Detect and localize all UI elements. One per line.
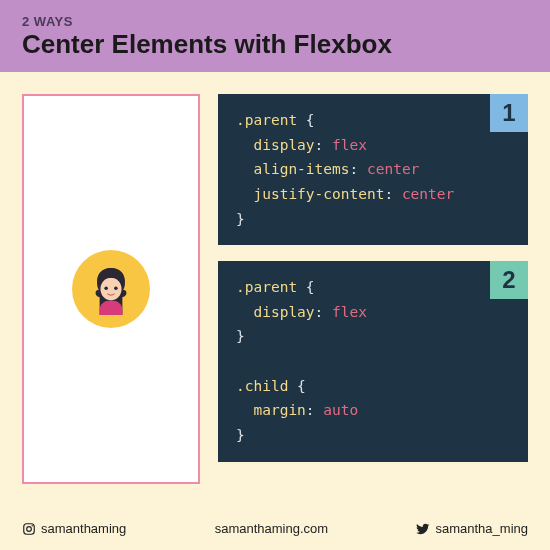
code-line: } xyxy=(236,207,514,232)
svg-point-5 xyxy=(32,525,33,526)
main-content: 1 .parent { display: flex align-items: c… xyxy=(0,72,550,513)
avatar-icon xyxy=(85,263,137,315)
svg-point-0 xyxy=(100,278,121,301)
code-line xyxy=(236,349,514,374)
badge-one: 1 xyxy=(490,94,528,132)
footer: samanthaming samanthaming.com samantha_m… xyxy=(0,513,550,550)
code-line: display: flex xyxy=(236,133,514,158)
subtitle: 2 WAYS xyxy=(22,14,528,29)
twitter-icon xyxy=(416,522,430,536)
instagram-text: samanthaming xyxy=(41,521,126,536)
demo-parent-box xyxy=(22,94,200,484)
avatar xyxy=(72,250,150,328)
svg-point-4 xyxy=(27,526,32,531)
badge-two: 2 xyxy=(490,261,528,299)
code-block-1: 1 .parent { display: flex align-items: c… xyxy=(218,94,528,245)
instagram-handle: samanthaming xyxy=(22,521,126,536)
code-line: margin: auto xyxy=(236,398,514,423)
twitter-text: samantha_ming xyxy=(435,521,528,536)
twitter-handle: samantha_ming xyxy=(416,521,528,536)
code-line: .parent { xyxy=(236,108,514,133)
code-line: } xyxy=(236,324,514,349)
code-line: justify-content: center xyxy=(236,182,514,207)
svg-point-2 xyxy=(114,286,118,290)
code-line: .parent { xyxy=(236,275,514,300)
code-line: display: flex xyxy=(236,300,514,325)
code-line: } xyxy=(236,423,514,448)
demo-column xyxy=(22,94,200,503)
website-link: samanthaming.com xyxy=(215,521,328,536)
code-line: .child { xyxy=(236,374,514,399)
svg-point-1 xyxy=(104,286,108,290)
page-title: Center Elements with Flexbox xyxy=(22,29,528,60)
code-line: align-items: center xyxy=(236,157,514,182)
code-block-2: 2 .parent { display: flex } .child { mar… xyxy=(218,261,528,461)
header: 2 WAYS Center Elements with Flexbox xyxy=(0,0,550,72)
code-column: 1 .parent { display: flex align-items: c… xyxy=(218,94,528,503)
instagram-icon xyxy=(22,522,36,536)
